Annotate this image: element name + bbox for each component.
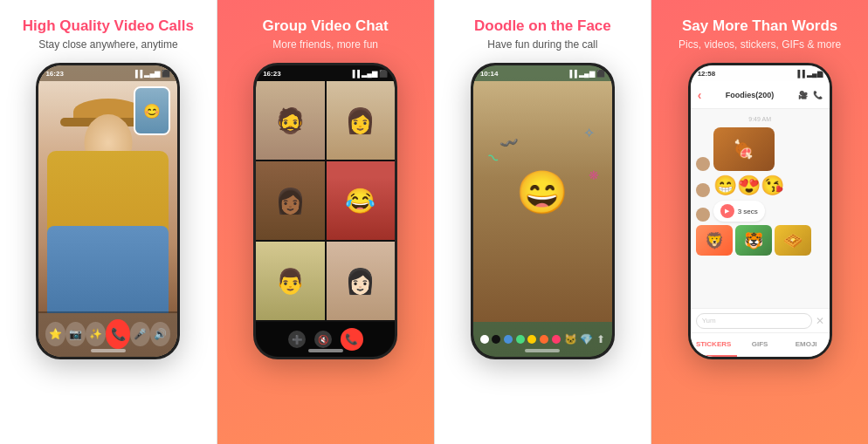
feature-panel-4: Say More Than Words Pics, videos, sticke… — [651, 0, 868, 444]
message-timestamp: 9:49 AM — [696, 116, 824, 122]
status-icons-3: ▐▐ ▂▄▆ ⬛ — [567, 70, 604, 78]
doodle-video-feed: 😄 〰️ ✧ 〜 ❋ — [473, 81, 612, 322]
tab-gifs[interactable]: GIFS — [737, 333, 783, 357]
close-input-button[interactable]: ✕ — [816, 315, 824, 327]
voice-play-button[interactable]: ▶ — [720, 204, 734, 218]
feature-panel-1: High Quality Video Calls Stay close anyw… — [0, 0, 217, 444]
tab-emoji[interactable]: EMOJI — [783, 333, 830, 357]
share-button[interactable]: ⬆ — [596, 333, 605, 345]
phone-mockup-2: 16:23 ▐▐ ▂▄▆ ⬛ 🧔 👩 👩🏾 😂 👨 — [253, 63, 397, 359]
chat-header: ‹ Foodies(200) 🎥 📞 — [691, 81, 830, 109]
voice-message: ▶ 3 secs — [713, 201, 765, 222]
status-bar-1: 16:23 ▐▐ ▂▄▆ ⬛ — [38, 65, 177, 81]
status-bar-4: 12:58 ▐▐ ▂▄▆ — [691, 65, 830, 81]
panel-1-subtitle: Stay close anywhere, anytime — [38, 38, 177, 51]
color-blue[interactable] — [504, 335, 513, 344]
message-row-3: ▶ 3 secs — [696, 201, 824, 222]
star-button[interactable]: ⭐ — [45, 322, 65, 346]
home-indicator-2 — [308, 349, 343, 352]
camera-button[interactable]: 📷 — [65, 322, 86, 346]
phone-screen-3: 10:14 ▐▐ ▂▄▆ ⬛ 😄 〰️ ✧ 〜 ❋ — [473, 65, 612, 357]
group-face-3: 👩🏾 — [256, 161, 325, 240]
group-face-5: 👨 — [256, 242, 325, 320]
phone-mockup-1: 16:23 ▐▐ ▂▄▆ ⬛ 😊 — [36, 63, 180, 359]
color-yellow[interactable] — [527, 335, 536, 344]
phone-screen-1: 16:23 ▐▐ ▂▄▆ ⬛ 😊 — [38, 65, 177, 357]
group-video-grid: 🧔 👩 👩🏾 😂 👨 👩🏻 — [256, 81, 395, 320]
group-cell-1: 🧔 — [256, 81, 325, 160]
message-image-1: 🍖 — [713, 127, 775, 171]
chat-tabs-bar: STICKERS GIFS EMOJI — [691, 332, 830, 357]
group-end-call-button[interactable]: 📞 — [341, 328, 363, 351]
self-view-thumbnail: 😊 — [134, 86, 170, 135]
group-cell-6: 👩🏻 — [327, 242, 396, 320]
status-icons-2: ▐▐ ▂▄▆ ⬛ — [350, 70, 388, 78]
chat-input-placeholder: Yum — [702, 317, 716, 324]
status-time-3: 10:14 — [480, 70, 498, 78]
sticker-row: 🦁 🐯 🧇 — [696, 225, 824, 256]
panel-3-subtitle: Have fun during the call — [487, 38, 597, 51]
group-cell-2: 👩 — [327, 81, 396, 160]
video-call-icon[interactable]: 🎥 — [798, 91, 808, 99]
phone-mockup-4: 12:58 ▐▐ ▂▄▆ ‹ Foodies(200) 🎥 📞 9:49 AM … — [688, 63, 832, 359]
sticker-2: 🐯 — [735, 225, 772, 256]
chat-input-field[interactable]: Yum — [696, 313, 812, 329]
doodle-element-2: ✧ — [583, 125, 595, 141]
doodle-tool-1[interactable]: 🐱 — [564, 333, 577, 345]
sticker-1: 🦁 — [696, 225, 733, 256]
group-cell-4: 😂 — [327, 161, 396, 240]
sender-avatar-2 — [696, 183, 710, 197]
color-red[interactable] — [552, 335, 561, 344]
chat-input-row: Yum ✕ — [691, 308, 830, 332]
volume-button[interactable]: 🔊 — [150, 322, 170, 346]
feature-panel-3: Doodle on the Face Have fun during the c… — [435, 0, 651, 444]
group-cell-3: 👩🏾 — [256, 161, 325, 240]
panel-4-title: Say More Than Words — [682, 17, 837, 35]
phone-screen-2: 16:23 ▐▐ ▂▄▆ ⬛ 🧔 👩 👩🏾 😂 👨 — [256, 65, 395, 357]
panel-1-title: High Quality Video Calls — [23, 17, 194, 35]
group-face-2: 👩 — [327, 81, 396, 160]
feature-panel-2: Group Video Chat More friends, more fun … — [217, 0, 434, 444]
back-button[interactable]: ‹ — [698, 88, 702, 102]
status-icons-1: ▐▐ ▂▄▆ ⬛ — [133, 70, 170, 78]
phone-mockup-3: 10:14 ▐▐ ▂▄▆ ⬛ 😄 〰️ ✧ 〜 ❋ — [471, 63, 615, 359]
doodle-tool-2[interactable]: 💎 — [580, 333, 593, 345]
phone-screen-4: 12:58 ▐▐ ▂▄▆ ‹ Foodies(200) 🎥 📞 9:49 AM … — [691, 65, 830, 357]
group-face-1: 🧔 — [256, 81, 325, 160]
sticker-3: 🧇 — [775, 225, 811, 256]
panel-2-title: Group Video Chat — [263, 17, 389, 35]
message-row-1: 🍖 — [696, 127, 824, 171]
home-indicator-3 — [525, 349, 560, 352]
status-bar-3: 10:14 ▐▐ ▂▄▆ ⬛ — [473, 65, 612, 81]
home-indicator-1 — [91, 349, 126, 352]
panel-3-title: Doodle on the Face — [474, 17, 611, 35]
status-time-4: 12:58 — [698, 70, 715, 78]
voice-duration: 3 secs — [738, 208, 758, 215]
color-orange[interactable] — [540, 335, 548, 344]
status-time-2: 16:23 — [263, 70, 280, 78]
end-call-button[interactable]: 📞 — [106, 319, 130, 349]
add-participant-button[interactable]: ➕ — [288, 331, 306, 348]
effects-button[interactable]: ✨ — [86, 322, 106, 346]
sender-avatar-3 — [696, 208, 710, 222]
chat-group-name: Foodies(200) — [726, 91, 775, 99]
color-green[interactable] — [516, 335, 525, 344]
color-white[interactable] — [480, 335, 489, 344]
status-icons-4: ▐▐ ▂▄▆ — [795, 70, 822, 78]
tab-stickers[interactable]: STICKERS — [691, 333, 737, 357]
message-emoji: 😁😍😘 — [713, 174, 784, 197]
chat-messages-area: 9:49 AM 🍖 😁😍😘 ▶ 3 secs — [691, 109, 830, 308]
chat-header-icons: 🎥 📞 — [798, 91, 823, 99]
doodle-element-4: ❋ — [589, 168, 599, 182]
group-face-4: 😂 — [327, 161, 396, 240]
sender-avatar-1 — [696, 157, 710, 171]
status-time-1: 16:23 — [45, 70, 63, 78]
phone-call-icon[interactable]: 📞 — [813, 91, 823, 99]
group-mute-button[interactable]: 🔇 — [314, 331, 332, 348]
status-bar-2: 16:23 ▐▐ ▂▄▆ ⬛ — [256, 65, 395, 81]
color-black[interactable] — [492, 335, 500, 344]
panel-4-subtitle: Pics, videos, stickers, GIFs & more — [679, 38, 841, 51]
group-cell-5: 👨 — [256, 242, 325, 320]
mute-button[interactable]: 🎤 — [130, 322, 150, 346]
panel-2-subtitle: More friends, more fun — [272, 38, 378, 51]
